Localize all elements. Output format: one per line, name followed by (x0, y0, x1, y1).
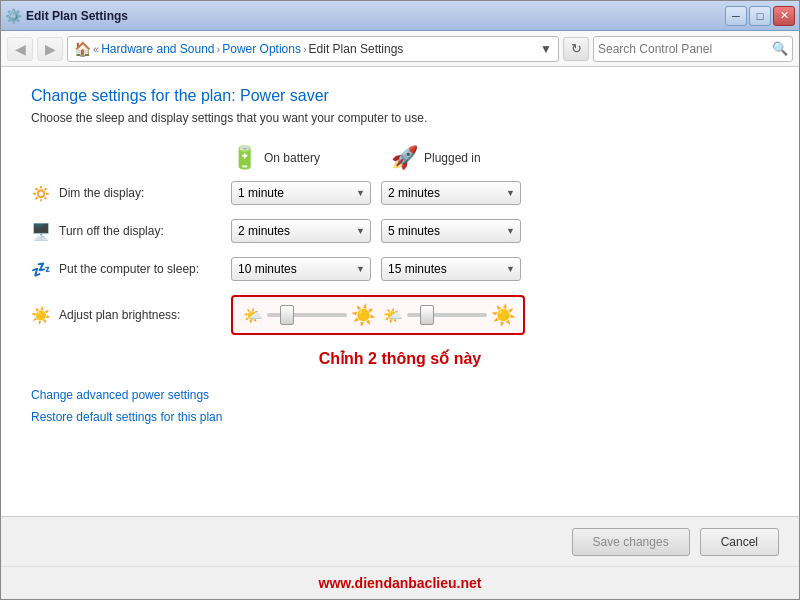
battery-brightness-group: 🌤️ ☀️ (243, 303, 373, 327)
sleep-row: 💤 Put the computer to sleep: 1 minute 2 … (31, 257, 769, 281)
advanced-power-settings-link[interactable]: Change advanced power settings (31, 388, 769, 402)
cancel-button[interactable]: Cancel (700, 528, 779, 556)
turn-off-display-label: 🖥️ Turn off the display: (31, 222, 231, 241)
save-changes-button[interactable]: Save changes (572, 528, 690, 556)
search-box: 🔍 (593, 36, 793, 62)
breadcrumb-edit-plan: Edit Plan Settings (309, 42, 404, 56)
turn-off-display-text: Turn off the display: (59, 224, 164, 238)
display-icon: 🖥️ (31, 222, 51, 241)
dim-display-label: 🔅 Dim the display: (31, 184, 231, 203)
breadcrumb-home-icon: 🏠 (74, 41, 91, 57)
brightness-icon: ☀️ (31, 306, 51, 325)
breadcrumb-hardware-sound[interactable]: Hardware and Sound (101, 42, 214, 56)
breadcrumb-power-options[interactable]: Power Options (222, 42, 301, 56)
dim-display-row: 🔅 Dim the display: 1 minute 2 minutes 5 … (31, 181, 769, 205)
maximize-button[interactable]: □ (749, 6, 771, 26)
dim-display-controls: 1 minute 2 minutes 5 minutes 10 minutes … (231, 181, 521, 205)
sun-small-battery-icon: 🌤️ (243, 306, 263, 325)
plan-desc: Choose the sleep and display settings th… (31, 111, 769, 125)
brightness-text: Adjust plan brightness: (59, 308, 180, 322)
turn-off-display-controls: 1 minute 2 minutes 5 minutes 10 minutes … (231, 219, 521, 243)
window-title: Edit Plan Settings (26, 9, 128, 23)
dim-display-text: Dim the display: (59, 186, 144, 200)
window-icon: ⚙️ (5, 8, 22, 24)
restore-defaults-link[interactable]: Restore default settings for this plan (31, 410, 769, 424)
sleep-battery-dropdown[interactable]: 1 minute 2 minutes 5 minutes 10 minutes … (231, 257, 371, 281)
minimize-button[interactable]: ─ (725, 6, 747, 26)
plugged-column-header: 🚀 Plugged in (391, 145, 541, 171)
battery-icon: 🔋 (231, 145, 258, 171)
battery-column-header: 🔋 On battery (231, 145, 381, 171)
turnoff-battery-wrapper: 1 minute 2 minutes 5 minutes 10 minutes … (231, 219, 371, 243)
dim-plugged-wrapper: 1 minute 2 minutes 5 minutes 10 minutes … (381, 181, 521, 205)
brightness-controls: 🌤️ ☀️ 🌤️ ☀️ (231, 295, 525, 335)
plugged-brightness-group: 🌤️ ☀️ (383, 303, 513, 327)
plugged-label: Plugged in (424, 151, 481, 165)
links-section: Change advanced power settings Restore d… (31, 388, 769, 424)
content-panel: Change settings for the plan: Power save… (1, 67, 799, 516)
dim-battery-wrapper: 1 minute 2 minutes 5 minutes 10 minutes … (231, 181, 371, 205)
sun-large-battery-icon: ☀️ (351, 303, 376, 327)
search-icon[interactable]: 🔍 (772, 41, 788, 56)
plugged-icon: 🚀 (391, 145, 418, 171)
dim-icon: 🔅 (31, 184, 51, 203)
annotation-text: Chỉnh 2 thông số này (31, 349, 769, 368)
refresh-button[interactable]: ↻ (563, 37, 589, 61)
sleep-text: Put the computer to sleep: (59, 262, 199, 276)
sleep-controls: 1 minute 2 minutes 5 minutes 10 minutes … (231, 257, 521, 281)
turnoff-battery-dropdown[interactable]: 1 minute 2 minutes 5 minutes 10 minutes … (231, 219, 371, 243)
brightness-label: ☀️ Adjust plan brightness: (31, 306, 231, 325)
title-bar-buttons: ─ □ ✕ (725, 6, 795, 26)
turn-off-display-row: 🖥️ Turn off the display: 1 minute 2 minu… (31, 219, 769, 243)
sleep-battery-wrapper: 1 minute 2 minutes 5 minutes 10 minutes … (231, 257, 371, 281)
dim-battery-dropdown[interactable]: 1 minute 2 minutes 5 minutes 10 minutes … (231, 181, 371, 205)
back-button[interactable]: ◀ (7, 37, 33, 61)
search-input[interactable] (598, 42, 772, 56)
sun-small-plugged-icon: 🌤️ (383, 306, 403, 325)
footer-website: www.diendanbaclieu.net (1, 566, 799, 599)
forward-button[interactable]: ▶ (37, 37, 63, 61)
dim-plugged-dropdown[interactable]: 1 minute 2 minutes 5 minutes 10 minutes … (381, 181, 521, 205)
turnoff-plugged-wrapper: 1 minute 2 minutes 5 minutes 10 minutes … (381, 219, 521, 243)
battery-brightness-slider[interactable] (267, 313, 347, 317)
sun-large-plugged-icon: ☀️ (491, 303, 516, 327)
website-text: www.diendanbaclieu.net (319, 575, 482, 591)
bottom-bar: Save changes Cancel (1, 516, 799, 566)
column-headers: 🔋 On battery 🚀 Plugged in (231, 145, 769, 171)
close-button[interactable]: ✕ (773, 6, 795, 26)
main-window: ⚙️ Edit Plan Settings ─ □ ✕ ◀ ▶ 🏠 « Hard… (0, 0, 800, 600)
plan-title: Change settings for the plan: Power save… (31, 87, 769, 105)
sleep-plugged-dropdown[interactable]: 1 minute 2 minutes 5 minutes 10 minutes … (381, 257, 521, 281)
sleep-label: 💤 Put the computer to sleep: (31, 260, 231, 279)
sleep-icon: 💤 (31, 260, 51, 279)
plugged-brightness-slider[interactable] (407, 313, 487, 317)
battery-label: On battery (264, 151, 320, 165)
breadcrumb: 🏠 « Hardware and Sound › Power Options ›… (67, 36, 559, 62)
sleep-plugged-wrapper: 1 minute 2 minutes 5 minutes 10 minutes … (381, 257, 521, 281)
turnoff-plugged-dropdown[interactable]: 1 minute 2 minutes 5 minutes 10 minutes … (381, 219, 521, 243)
brightness-row: ☀️ Adjust plan brightness: 🌤️ ☀️ 🌤️ ☀️ (31, 295, 769, 335)
address-bar: ◀ ▶ 🏠 « Hardware and Sound › Power Optio… (1, 31, 799, 67)
main-content: Change settings for the plan: Power save… (1, 67, 799, 566)
title-bar: ⚙️ Edit Plan Settings ─ □ ✕ (1, 1, 799, 31)
